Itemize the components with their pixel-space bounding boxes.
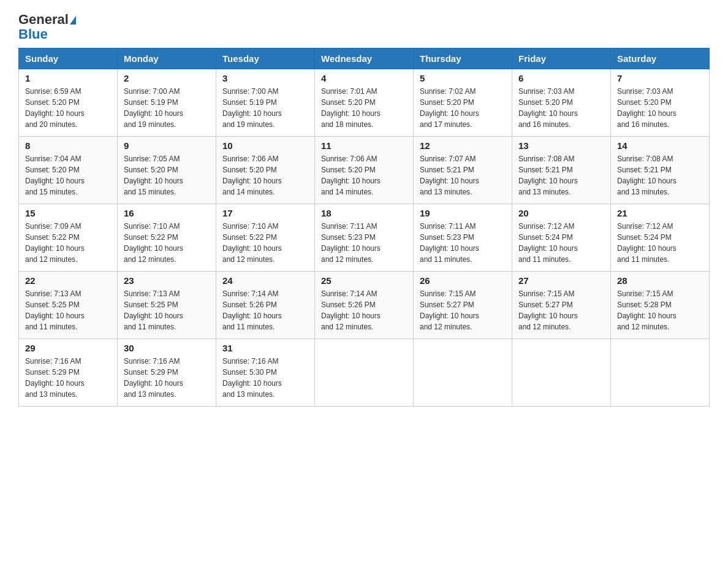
calendar-cell: 28Sunrise: 7:15 AMSunset: 5:28 PMDayligh… bbox=[611, 272, 710, 339]
calendar-cell: 12Sunrise: 7:07 AMSunset: 5:21 PMDayligh… bbox=[414, 137, 512, 204]
day-number: 15 bbox=[25, 208, 111, 218]
day-info: Sunrise: 7:16 AMSunset: 5:30 PMDaylight:… bbox=[222, 356, 308, 400]
day-info: Sunrise: 6:59 AMSunset: 5:20 PMDaylight:… bbox=[25, 86, 111, 130]
day-info: Sunrise: 7:08 AMSunset: 5:21 PMDaylight:… bbox=[617, 153, 703, 197]
day-info: Sunrise: 7:06 AMSunset: 5:20 PMDaylight:… bbox=[321, 153, 407, 197]
day-info: Sunrise: 7:14 AMSunset: 5:26 PMDaylight:… bbox=[321, 288, 407, 332]
calendar-cell bbox=[315, 339, 414, 407]
day-number: 27 bbox=[518, 275, 604, 286]
day-number: 17 bbox=[222, 208, 308, 218]
day-info: Sunrise: 7:06 AMSunset: 5:20 PMDaylight:… bbox=[222, 153, 308, 197]
day-number: 7 bbox=[617, 73, 703, 83]
day-info: Sunrise: 7:10 AMSunset: 5:22 PMDaylight:… bbox=[124, 221, 210, 265]
day-info: Sunrise: 7:16 AMSunset: 5:29 PMDaylight:… bbox=[25, 356, 111, 400]
day-number: 31 bbox=[222, 343, 308, 353]
day-number: 23 bbox=[124, 275, 210, 286]
day-number: 24 bbox=[222, 275, 308, 286]
calendar-cell: 1Sunrise: 6:59 AMSunset: 5:20 PMDaylight… bbox=[19, 69, 118, 137]
day-info: Sunrise: 7:09 AMSunset: 5:22 PMDaylight:… bbox=[25, 221, 111, 265]
calendar-cell: 13Sunrise: 7:08 AMSunset: 5:21 PMDayligh… bbox=[512, 137, 611, 204]
calendar-week-row: 22Sunrise: 7:13 AMSunset: 5:25 PMDayligh… bbox=[19, 272, 710, 339]
day-info: Sunrise: 7:11 AMSunset: 5:23 PMDaylight:… bbox=[321, 221, 407, 265]
calendar-cell: 26Sunrise: 7:15 AMSunset: 5:27 PMDayligh… bbox=[414, 272, 512, 339]
calendar-cell bbox=[512, 339, 611, 407]
weekday-header-saturday: Saturday bbox=[611, 48, 710, 69]
day-number: 3 bbox=[222, 73, 308, 83]
day-info: Sunrise: 7:00 AMSunset: 5:19 PMDaylight:… bbox=[222, 86, 308, 130]
calendar-cell bbox=[414, 339, 512, 407]
calendar-week-row: 29Sunrise: 7:16 AMSunset: 5:29 PMDayligh… bbox=[19, 339, 710, 407]
logo-general-text: General bbox=[18, 12, 69, 27]
day-number: 11 bbox=[321, 140, 407, 151]
calendar-cell: 29Sunrise: 7:16 AMSunset: 5:29 PMDayligh… bbox=[19, 339, 118, 407]
calendar-table: SundayMondayTuesdayWednesdayThursdayFrid… bbox=[18, 48, 710, 407]
day-info: Sunrise: 7:08 AMSunset: 5:21 PMDaylight:… bbox=[518, 153, 604, 197]
calendar-cell bbox=[611, 339, 710, 407]
calendar-cell: 6Sunrise: 7:03 AMSunset: 5:20 PMDaylight… bbox=[512, 69, 611, 137]
calendar-cell: 2Sunrise: 7:00 AMSunset: 5:19 PMDaylight… bbox=[118, 69, 216, 137]
calendar-cell: 19Sunrise: 7:11 AMSunset: 5:23 PMDayligh… bbox=[414, 204, 512, 272]
day-number: 30 bbox=[124, 343, 210, 353]
day-number: 28 bbox=[617, 275, 703, 286]
calendar-cell: 31Sunrise: 7:16 AMSunset: 5:30 PMDayligh… bbox=[216, 339, 315, 407]
calendar-cell: 3Sunrise: 7:00 AMSunset: 5:19 PMDaylight… bbox=[216, 69, 315, 137]
calendar-cell: 17Sunrise: 7:10 AMSunset: 5:22 PMDayligh… bbox=[216, 204, 315, 272]
day-info: Sunrise: 7:15 AMSunset: 5:27 PMDaylight:… bbox=[518, 288, 604, 332]
calendar-cell: 9Sunrise: 7:05 AMSunset: 5:20 PMDaylight… bbox=[118, 137, 216, 204]
calendar-cell: 22Sunrise: 7:13 AMSunset: 5:25 PMDayligh… bbox=[19, 272, 118, 339]
weekday-header-friday: Friday bbox=[512, 48, 611, 69]
calendar-cell: 23Sunrise: 7:13 AMSunset: 5:25 PMDayligh… bbox=[118, 272, 216, 339]
day-number: 20 bbox=[518, 208, 604, 218]
day-info: Sunrise: 7:12 AMSunset: 5:24 PMDaylight:… bbox=[518, 221, 604, 265]
day-info: Sunrise: 7:16 AMSunset: 5:29 PMDaylight:… bbox=[124, 356, 210, 400]
calendar-cell: 25Sunrise: 7:14 AMSunset: 5:26 PMDayligh… bbox=[315, 272, 414, 339]
day-info: Sunrise: 7:10 AMSunset: 5:22 PMDaylight:… bbox=[222, 221, 308, 265]
day-number: 25 bbox=[321, 275, 407, 286]
day-number: 26 bbox=[420, 275, 506, 286]
calendar-cell: 10Sunrise: 7:06 AMSunset: 5:20 PMDayligh… bbox=[216, 137, 315, 204]
day-number: 14 bbox=[617, 140, 703, 151]
page-header: General Blue bbox=[18, 12, 710, 42]
calendar-cell: 18Sunrise: 7:11 AMSunset: 5:23 PMDayligh… bbox=[315, 204, 414, 272]
calendar-cell: 15Sunrise: 7:09 AMSunset: 5:22 PMDayligh… bbox=[19, 204, 118, 272]
weekday-header-row: SundayMondayTuesdayWednesdayThursdayFrid… bbox=[19, 48, 710, 69]
calendar-cell: 7Sunrise: 7:03 AMSunset: 5:20 PMDaylight… bbox=[611, 69, 710, 137]
weekday-header-wednesday: Wednesday bbox=[315, 48, 414, 69]
calendar-cell: 8Sunrise: 7:04 AMSunset: 5:20 PMDaylight… bbox=[19, 137, 118, 204]
day-number: 29 bbox=[25, 343, 111, 353]
calendar-cell: 21Sunrise: 7:12 AMSunset: 5:24 PMDayligh… bbox=[611, 204, 710, 272]
day-info: Sunrise: 7:04 AMSunset: 5:20 PMDaylight:… bbox=[25, 153, 111, 197]
day-number: 4 bbox=[321, 73, 407, 83]
day-info: Sunrise: 7:13 AMSunset: 5:25 PMDaylight:… bbox=[124, 288, 210, 332]
calendar-cell: 30Sunrise: 7:16 AMSunset: 5:29 PMDayligh… bbox=[118, 339, 216, 407]
day-number: 10 bbox=[222, 140, 308, 151]
day-number: 6 bbox=[518, 73, 604, 83]
day-number: 16 bbox=[124, 208, 210, 218]
day-info: Sunrise: 7:15 AMSunset: 5:27 PMDaylight:… bbox=[420, 288, 506, 332]
day-info: Sunrise: 7:11 AMSunset: 5:23 PMDaylight:… bbox=[420, 221, 506, 265]
day-number: 1 bbox=[25, 73, 111, 83]
logo-triangle-icon bbox=[70, 16, 76, 25]
day-info: Sunrise: 7:15 AMSunset: 5:28 PMDaylight:… bbox=[617, 288, 703, 332]
day-info: Sunrise: 7:03 AMSunset: 5:20 PMDaylight:… bbox=[617, 86, 703, 130]
weekday-header-monday: Monday bbox=[118, 48, 216, 69]
logo: General Blue bbox=[18, 12, 76, 42]
calendar-cell: 24Sunrise: 7:14 AMSunset: 5:26 PMDayligh… bbox=[216, 272, 315, 339]
day-number: 12 bbox=[420, 140, 506, 151]
day-number: 18 bbox=[321, 208, 407, 218]
calendar-week-row: 8Sunrise: 7:04 AMSunset: 5:20 PMDaylight… bbox=[19, 137, 710, 204]
weekday-header-sunday: Sunday bbox=[19, 48, 118, 69]
day-info: Sunrise: 7:07 AMSunset: 5:21 PMDaylight:… bbox=[420, 153, 506, 197]
calendar-cell: 11Sunrise: 7:06 AMSunset: 5:20 PMDayligh… bbox=[315, 137, 414, 204]
day-info: Sunrise: 7:01 AMSunset: 5:20 PMDaylight:… bbox=[321, 86, 407, 130]
day-number: 8 bbox=[25, 140, 111, 151]
calendar-cell: 20Sunrise: 7:12 AMSunset: 5:24 PMDayligh… bbox=[512, 204, 611, 272]
day-info: Sunrise: 7:02 AMSunset: 5:20 PMDaylight:… bbox=[420, 86, 506, 130]
day-info: Sunrise: 7:13 AMSunset: 5:25 PMDaylight:… bbox=[25, 288, 111, 332]
day-number: 22 bbox=[25, 275, 111, 286]
day-number: 9 bbox=[124, 140, 210, 151]
day-number: 21 bbox=[617, 208, 703, 218]
calendar-week-row: 15Sunrise: 7:09 AMSunset: 5:22 PMDayligh… bbox=[19, 204, 710, 272]
logo-blue-text: Blue bbox=[18, 27, 76, 42]
calendar-cell: 14Sunrise: 7:08 AMSunset: 5:21 PMDayligh… bbox=[611, 137, 710, 204]
